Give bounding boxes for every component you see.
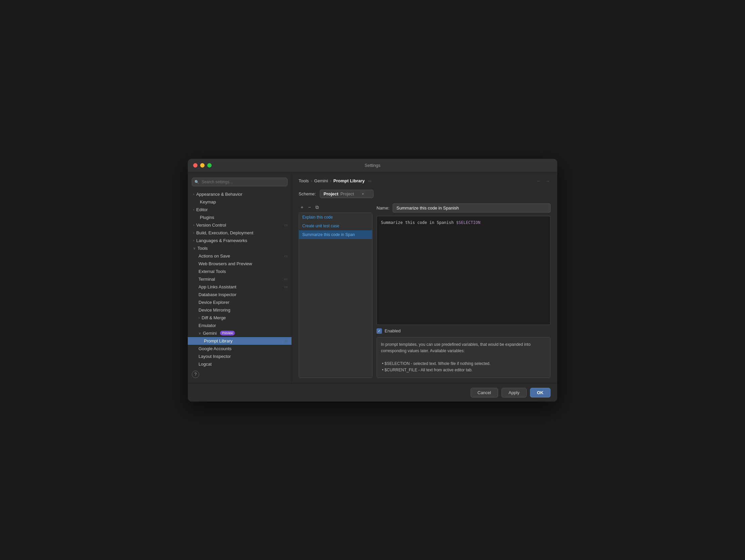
prompt-item-unit-test[interactable]: Create unit test case: [299, 222, 372, 230]
sidebar-item-label: Terminal: [198, 277, 215, 282]
sidebar-item-label: Web Browsers and Preview: [198, 261, 252, 266]
bookmark-icon: ▭: [368, 179, 371, 183]
remove-prompt-button[interactable]: −: [306, 203, 313, 211]
enabled-checkbox[interactable]: ✓: [377, 328, 382, 334]
sidebar-item-actions-on-save[interactable]: Actions on Save ▭: [188, 252, 292, 260]
sidebar-item-device-mirroring[interactable]: Device Mirroring: [188, 306, 292, 314]
sidebar-item-label: Layout Inspector: [198, 354, 231, 359]
name-row: Name:: [377, 203, 551, 212]
check-icon: ✓: [378, 329, 381, 333]
sidebar-bottom: ?: [188, 368, 292, 381]
add-prompt-button[interactable]: +: [299, 203, 305, 211]
breadcrumb-sep-2: ›: [330, 178, 331, 183]
sidebar-item-external-tools[interactable]: External Tools: [188, 268, 292, 275]
content-area: Tools › Gemini › Prompt Library ▭ ← → Sc…: [292, 172, 557, 384]
sidebar-item-logcat[interactable]: Logcat: [188, 360, 292, 368]
scheme-dropdown[interactable]: Project Project ▾: [320, 190, 374, 198]
sidebar-item-label: Device Mirroring: [198, 307, 230, 312]
breadcrumb-sep-1: ›: [311, 178, 312, 183]
sidebar-item-label: Logcat: [198, 362, 212, 367]
main-content: 🔍 › Appearance & Behavior Keymap › Edito…: [188, 172, 557, 384]
enabled-label: Enabled: [385, 328, 401, 333]
scheme-value-bold: Project: [323, 191, 338, 196]
traffic-lights: [193, 163, 212, 168]
panels-row: + − ⧉ Explain this code Create unit test…: [299, 203, 551, 378]
chevron-right-icon: ›: [193, 208, 194, 211]
sidebar-item-google-accounts[interactable]: Google Accounts: [188, 345, 292, 353]
chevron-right-icon: ›: [193, 192, 194, 196]
scheme-value-light: Project: [340, 191, 354, 196]
close-button[interactable]: [193, 163, 197, 168]
chevron-down-icon: ∨: [193, 246, 195, 250]
apply-button[interactable]: Apply: [501, 388, 527, 397]
sidebar-item-diff-merge[interactable]: › Diff & Merge: [188, 314, 292, 322]
minimize-button[interactable]: [200, 163, 204, 168]
help-button[interactable]: ?: [192, 371, 199, 378]
chevron-right-icon: ›: [193, 239, 194, 242]
sidebar-item-database-inspector[interactable]: Database Inspector: [188, 291, 292, 298]
sidebar-item-emulator[interactable]: Emulator: [188, 322, 292, 329]
sidebar-item-keymap[interactable]: Keymap: [188, 198, 292, 206]
sidebar-item-label: Diff & Merge: [201, 315, 226, 320]
search-container: 🔍: [188, 175, 292, 190]
nav-arrows: ← →: [536, 177, 551, 184]
sidebar-item-label: Google Accounts: [198, 346, 231, 351]
titlebar: Settings: [188, 159, 557, 172]
sidebar-item-label: External Tools: [198, 269, 226, 274]
sidebar-item-build[interactable]: › Build, Execution, Deployment: [188, 229, 292, 237]
window-title: Settings: [365, 163, 381, 168]
prompt-list: Explain this code Create unit test case …: [299, 212, 372, 378]
breadcrumb-gemini[interactable]: Gemini: [314, 178, 328, 183]
sidebar-item-terminal[interactable]: Terminal ▭: [188, 275, 292, 283]
name-input[interactable]: [393, 203, 551, 212]
sidebar-item-web-browsers[interactable]: Web Browsers and Preview: [188, 260, 292, 268]
breadcrumb: Tools › Gemini › Prompt Library ▭ ← →: [299, 177, 551, 184]
sidebar-item-appearance[interactable]: › Appearance & Behavior: [188, 190, 292, 198]
modify-icon: ▭: [284, 285, 288, 289]
sidebar-item-plugins[interactable]: Plugins: [188, 213, 292, 221]
info-box: In prompt templates, you can use predefi…: [377, 337, 551, 378]
forward-arrow-icon[interactable]: →: [545, 177, 551, 184]
maximize-button[interactable]: [207, 163, 212, 168]
back-arrow-icon[interactable]: ←: [536, 177, 542, 184]
sidebar-item-version-control[interactable]: › Version Control ▭: [188, 221, 292, 229]
right-panel: Name: Summarize this code in Spanish $SE…: [377, 203, 551, 378]
sidebar-item-app-links[interactable]: App Links Assistant ▭: [188, 283, 292, 291]
sidebar-item-layout-inspector[interactable]: Layout Inspector: [188, 353, 292, 360]
sidebar-item-languages[interactable]: › Languages & Frameworks: [188, 237, 292, 244]
copy-prompt-button[interactable]: ⧉: [313, 203, 321, 211]
prompt-item-summarize[interactable]: Summarize this code in Span: [299, 230, 372, 239]
sidebar-item-label: Appearance & Behavior: [196, 192, 242, 197]
selection-variable: $SELECTION: [456, 220, 480, 225]
prompt-editor[interactable]: Summarize this code in Spanish $SELECTIO…: [377, 216, 551, 325]
prompt-item-explain[interactable]: Explain this code: [299, 213, 372, 222]
cancel-button[interactable]: Cancel: [471, 388, 498, 397]
sidebar-item-prompt-library[interactable]: Prompt Library ▭: [188, 337, 292, 345]
chevron-down-icon: ▾: [362, 192, 364, 196]
chevron-right-icon: ›: [198, 316, 199, 320]
left-panel: + − ⧉ Explain this code Create unit test…: [299, 203, 372, 378]
sidebar-item-tools[interactable]: ∨ Tools: [188, 244, 292, 252]
chevron-right-icon: ›: [193, 223, 194, 227]
ok-button[interactable]: OK: [530, 388, 551, 397]
sidebar-item-editor[interactable]: › Editor: [188, 206, 292, 213]
sidebar-item-label: Plugins: [200, 215, 214, 220]
search-input[interactable]: [192, 177, 288, 186]
sidebar-item-gemini[interactable]: ∨ Gemini Preview: [188, 329, 292, 337]
preview-badge: Preview: [220, 331, 235, 335]
sidebar-item-label: Editor: [196, 207, 207, 212]
sidebar-item-device-explorer[interactable]: Device Explorer: [188, 298, 292, 306]
sidebar-item-label: Version Control: [196, 223, 226, 228]
scheme-row: Scheme: Project Project ▾: [299, 190, 551, 198]
search-wrapper: 🔍: [192, 177, 288, 186]
search-icon: 🔍: [194, 179, 199, 184]
sidebar-item-label: Emulator: [198, 323, 216, 328]
modify-icon: ▭: [284, 277, 288, 281]
scheme-label: Scheme:: [299, 191, 316, 196]
breadcrumb-tools[interactable]: Tools: [299, 178, 309, 183]
sidebar-item-label: Database Inspector: [198, 292, 236, 297]
sidebar-item-label: Build, Execution, Deployment: [196, 230, 253, 235]
sidebar-item-label: Languages & Frameworks: [196, 238, 247, 243]
modify-icon: ▭: [284, 223, 288, 227]
sidebar-item-label: Prompt Library: [204, 338, 232, 343]
